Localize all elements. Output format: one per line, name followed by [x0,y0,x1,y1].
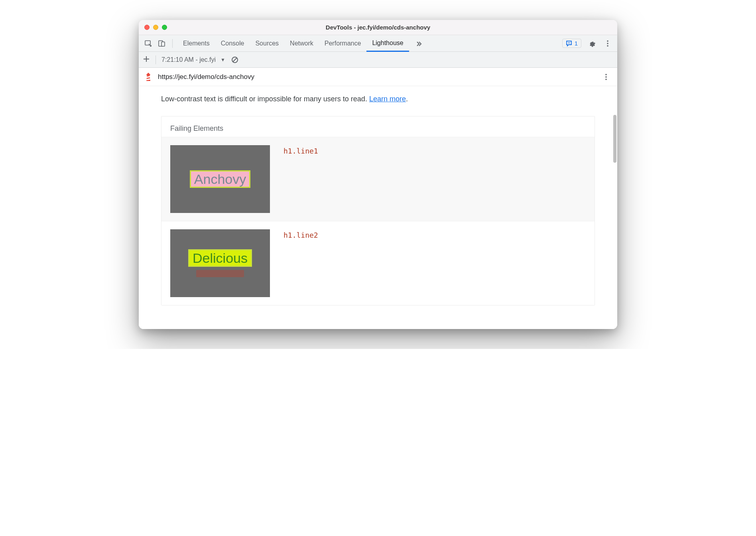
inspect-element-icon[interactable] [143,38,154,49]
failing-element-row[interactable]: Delicious h1.line2 [161,221,595,305]
report-header: https://jec.fyi/demo/cds-anchovy [139,68,617,86]
element-thumbnail: Anchovy [170,145,270,213]
more-menu-icon[interactable] [602,38,613,49]
report-selector-label: 7:21:10 AM - jec.fyi [161,56,216,63]
failing-element-row[interactable]: Anchovy h1.line1 [161,137,595,221]
report-content[interactable]: Low-contrast text is difficult or imposs… [139,86,617,329]
more-tabs-icon[interactable] [411,40,427,47]
svg-rect-2 [161,42,165,46]
report-selector[interactable]: 7:21:10 AM - jec.fyi ▼ [161,56,225,63]
element-selector: h1.line2 [284,229,318,297]
lighthouse-toolbar: 7:21:10 AM - jec.fyi ▼ [139,52,617,68]
device-toolbar-icon[interactable] [156,38,167,49]
svg-point-4 [607,40,608,42]
separator [172,39,173,48]
clear-report-icon[interactable] [231,56,239,64]
svg-point-6 [607,45,608,47]
svg-point-5 [607,43,608,44]
element-thumbnail: Delicious [170,229,270,297]
thumbnail-text: Anchovy [190,170,250,188]
window-title: DevTools - jec.fyi/demo/cds-anchovy [139,24,617,31]
learn-more-link[interactable]: Learn more [369,95,406,103]
tab-lighthouse[interactable]: Lighthouse [366,35,409,52]
separator [156,55,156,64]
devtools-tab-strip: Elements Console Sources Network Perform… [139,35,617,52]
issues-badge[interactable]: 1 [562,39,581,48]
titlebar: DevTools - jec.fyi/demo/cds-anchovy [139,20,617,35]
thumbnail-text: Delicious [188,249,252,267]
minimize-window-button[interactable] [153,25,158,30]
new-report-icon[interactable] [143,55,150,64]
lighthouse-icon [144,72,152,82]
panel-tabs: Elements Console Sources Network Perform… [177,35,409,51]
chevron-down-icon: ▼ [220,57,225,63]
tab-performance[interactable]: Performance [319,35,367,51]
element-selector: h1.line1 [284,145,318,213]
failing-elements-card: Failing Elements Anchovy h1.line1 Delici… [161,116,595,305]
message-icon [566,40,572,47]
close-window-button[interactable] [144,25,150,30]
failing-elements-header: Failing Elements [161,116,595,137]
thumbnail-secondary [196,270,244,277]
tab-elements[interactable]: Elements [177,35,215,51]
report-url: https://jec.fyi/demo/cds-anchovy [158,73,254,81]
issues-count: 1 [575,40,578,47]
svg-line-10 [233,58,237,62]
svg-point-11 [605,74,607,75]
tab-network[interactable]: Network [284,35,319,51]
maximize-window-button[interactable] [162,25,167,30]
svg-point-12 [605,76,607,78]
svg-point-13 [605,79,607,80]
audit-description: Low-contrast text is difficult or imposs… [161,95,595,103]
devtools-window: DevTools - jec.fyi/demo/cds-anchovy Elem… [139,20,617,329]
scrollbar-thumb[interactable] [613,115,616,163]
tab-console[interactable]: Console [215,35,250,51]
settings-icon[interactable] [586,38,597,49]
tab-sources[interactable]: Sources [250,35,284,51]
traffic-lights [144,25,167,30]
report-menu-icon[interactable] [600,71,612,83]
